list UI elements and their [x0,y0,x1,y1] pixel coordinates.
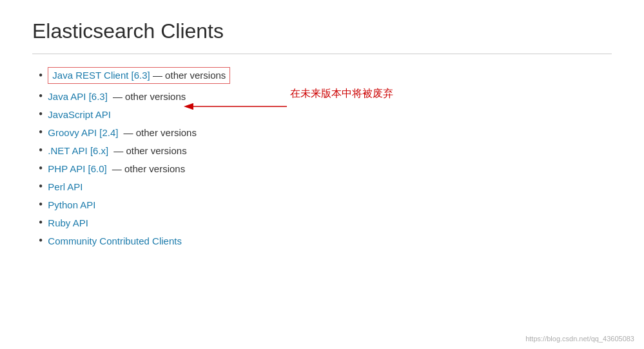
ruby-api-link[interactable]: Ruby API [48,217,88,228]
java-api-link[interactable]: Java API [6.3] [48,91,108,102]
clients-list: • Java REST Client [6.3] — other version… [32,67,612,246]
highlighted-box: Java REST Client [6.3] — other versions [48,67,230,84]
bullet: • [39,235,43,246]
list-item: • JavaScript API [39,108,612,120]
watermark: https://blog.csdn.net/qq_43605083 [525,335,634,343]
bullet: • [39,126,43,138]
java-rest-client-extra: — other versions [150,70,226,81]
list-item: • Java API [6.3] — other versions [39,90,612,102]
bullet: • [39,90,43,102]
bullet: • [39,163,43,174]
groovy-api-link[interactable]: Groovy API [2.4] [48,127,118,138]
bullet: • [39,108,43,120]
bullet: • [39,199,43,210]
list-item: • Perl API [39,181,612,192]
list-item: • Python API [39,199,612,210]
java-api-extra: — other versions [113,91,186,102]
list-item: • .NET API [6.x] — other versions [39,145,612,156]
list-item: • Java REST Client [6.3] — other version… [39,67,612,84]
list-item: • Ruby API [39,217,612,228]
perl-api-link[interactable]: Perl API [48,181,83,192]
net-api-extra: — other versions [113,145,186,156]
community-contributed-link[interactable]: Community Contributed Clients [48,235,182,246]
bullet: • [39,145,43,156]
bullet: • [39,70,43,81]
bullet: • [39,181,43,192]
python-api-link[interactable]: Python API [48,199,95,210]
bullet: • [39,217,43,228]
page-title: Elasticsearch Clients [32,19,612,43]
net-api-link[interactable]: .NET API [6.x] [48,145,108,156]
php-api-link[interactable]: PHP API [6.0] [48,163,106,174]
divider [32,54,612,54]
list-item: • PHP API [6.0] — other versions [39,163,612,174]
page-container: Elasticsearch Clients • Java REST Client… [0,0,644,266]
php-api-extra: — other versions [112,163,185,174]
javascript-api-link[interactable]: JavaScript API [48,109,111,120]
list-item: • Groovy API [2.4] — other versions [39,126,612,138]
groovy-api-extra: — other versions [124,127,197,138]
list-item: • Community Contributed Clients [39,235,612,246]
java-rest-client-link[interactable]: Java REST Client [6.3] [52,70,150,81]
